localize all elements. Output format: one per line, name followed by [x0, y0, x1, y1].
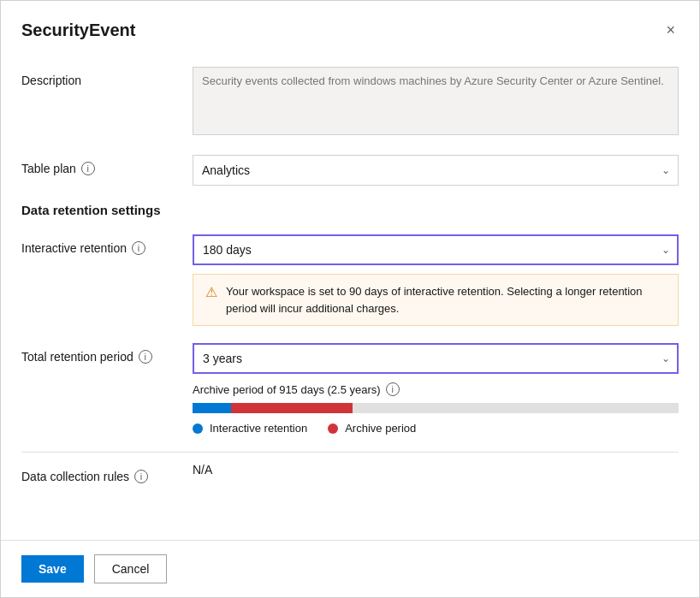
- table-plan-info-icon[interactable]: i: [81, 162, 95, 175]
- empty-progress-segment: [353, 403, 679, 413]
- description-label: Description: [21, 67, 193, 87]
- total-retention-control-area: 3 years ⌄ Archive period of 915 days (2.…: [193, 343, 679, 435]
- data-retention-heading: Data retention settings: [21, 203, 679, 217]
- description-textarea[interactable]: [193, 67, 679, 135]
- data-collection-value: N/A: [193, 456, 212, 477]
- archive-progress-segment: [231, 403, 353, 413]
- table-plan-label: Table plan i: [21, 155, 193, 175]
- save-button[interactable]: Save: [21, 555, 84, 583]
- archive-info-icon[interactable]: i: [386, 382, 400, 396]
- data-collection-label: Data collection rules i: [21, 463, 193, 483]
- interactive-retention-control-area: 180 days ⌄ ⚠ Your workspace is set to 90…: [193, 234, 679, 326]
- security-event-dialog: SecurityEvent × Description Table plan i…: [0, 0, 700, 598]
- interactive-retention-label: Interactive retention i: [21, 234, 193, 255]
- table-plan-control-area: Analytics ⌄: [193, 155, 679, 186]
- table-plan-select[interactable]: Analytics: [193, 155, 679, 186]
- interactive-retention-row: Interactive retention i 180 days ⌄ ⚠ You…: [21, 234, 679, 326]
- total-retention-info-icon[interactable]: i: [139, 350, 152, 364]
- description-row: Description: [21, 67, 679, 138]
- dialog-header: SecurityEvent ×: [1, 1, 699, 53]
- description-control-area: [193, 67, 679, 138]
- interactive-retention-select[interactable]: 180 days: [193, 234, 679, 265]
- archive-legend-item: Archive period: [328, 422, 416, 435]
- table-plan-row: Table plan i Analytics ⌄: [21, 155, 679, 186]
- total-retention-select[interactable]: 3 years: [193, 343, 679, 374]
- warning-box: ⚠ Your workspace is set to 90 days of in…: [193, 274, 679, 326]
- interactive-progress-segment: [193, 403, 231, 413]
- total-retention-select-wrapper: 3 years ⌄: [193, 343, 679, 374]
- data-collection-value-area: N/A: [193, 463, 679, 477]
- warning-triangle-icon: ⚠: [205, 284, 217, 300]
- archive-info: Archive period of 915 days (2.5 years) i: [193, 382, 679, 396]
- section-divider: [21, 452, 679, 453]
- close-button[interactable]: ×: [662, 18, 679, 43]
- interactive-legend-item: Interactive retention: [193, 422, 307, 435]
- total-retention-label: Total retention period i: [21, 343, 193, 364]
- table-plan-select-wrapper: Analytics ⌄: [193, 155, 679, 186]
- dialog-title: SecurityEvent: [21, 21, 135, 40]
- archive-legend-label: Archive period: [345, 422, 416, 435]
- data-collection-row: Data collection rules i N/A: [21, 463, 679, 483]
- total-retention-row: Total retention period i 3 years ⌄ Archi…: [21, 343, 679, 435]
- dialog-footer: Save Cancel: [1, 540, 699, 597]
- retention-legend: Interactive retention Archive period: [193, 422, 679, 435]
- interactive-retention-select-wrapper: 180 days ⌄: [193, 234, 679, 265]
- cancel-button[interactable]: Cancel: [94, 554, 168, 583]
- dialog-body: Description Table plan i Analytics ⌄: [1, 53, 699, 540]
- interactive-legend-label: Interactive retention: [210, 422, 307, 435]
- interactive-legend-dot: [193, 423, 203, 434]
- interactive-retention-info-icon[interactable]: i: [132, 241, 145, 255]
- retention-progress-bar: [193, 403, 679, 413]
- archive-legend-dot: [328, 423, 338, 434]
- warning-text: Your workspace is set to 90 days of inte…: [226, 283, 666, 317]
- data-collection-info-icon[interactable]: i: [134, 470, 148, 483]
